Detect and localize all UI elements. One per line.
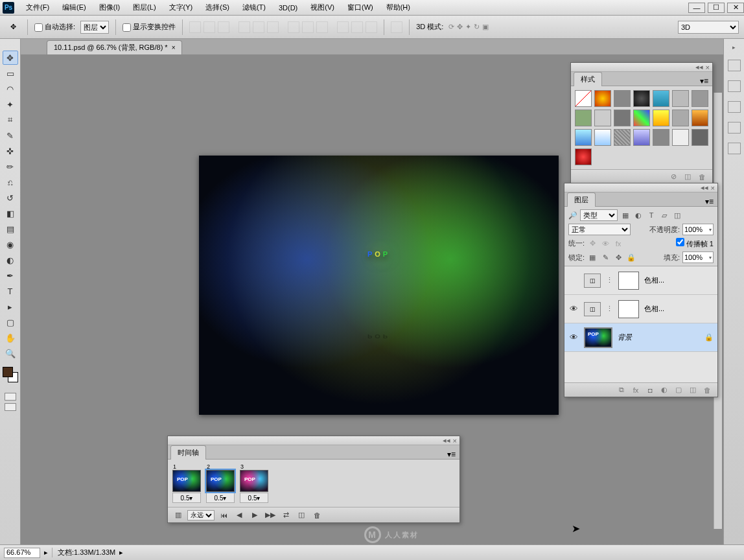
style-swatch[interactable] [672,90,689,107]
brush-tool[interactable]: ✏ [3,159,18,174]
timeline-panel-menu-icon[interactable]: ▾≡ [443,450,459,459]
minimize-button[interactable]: — [688,3,705,13]
distribute-right-icon[interactable] [366,21,377,33]
dodge-tool[interactable]: ◐ [3,253,18,267]
timeline-frame[interactable]: 2 0.5▾ [205,463,235,503]
distribute-bottom-icon[interactable] [316,21,328,33]
align-hcenter-icon[interactable] [253,21,264,33]
style-swatch[interactable] [653,129,669,146]
document-canvas[interactable]: POP POP [199,156,559,415]
layer-name[interactable]: 色相... [644,304,714,314]
history-brush-tool[interactable]: ↺ [3,191,18,205]
menu-select[interactable]: 选择(S) [199,1,236,14]
maximize-button[interactable]: ☐ [708,3,725,13]
style-swatch[interactable] [633,90,650,107]
convert-timeline-icon[interactable]: ▥ [172,510,185,520]
style-swatch[interactable] [653,90,669,107]
doc-info-menu-icon[interactable]: ▸ [119,548,123,557]
delete-frame-icon[interactable]: 🗑 [310,510,323,520]
pan-icon[interactable]: ✥ [457,23,463,31]
layer-mask-icon[interactable]: ◘ [645,386,655,395]
menu-edit[interactable]: 编辑(E) [56,1,93,14]
dolly-icon[interactable]: ✦ [465,23,471,31]
auto-select-mode-select[interactable]: 图层 [80,21,109,34]
style-swatch[interactable] [672,110,689,126]
healing-brush-tool[interactable]: ✜ [3,144,18,158]
layer-row[interactable]: 👁 ◫ ⋮ 色相... [564,295,717,323]
search-icon[interactable]: 🔎 [568,211,577,220]
frame-thumb[interactable] [206,470,235,492]
menu-help[interactable]: 帮助(H) [380,1,417,14]
filter-type-icon[interactable]: T [646,210,657,220]
propagate-frame-checkbox[interactable]: 传播帧 1 [676,238,714,249]
style-swatch[interactable] [672,129,689,146]
visibility-toggle-icon[interactable]: 👁 [568,332,579,342]
swatches-panel-icon[interactable] [728,80,741,92]
collapse-icon[interactable]: ◂◂ [443,436,450,445]
layers-panel-header[interactable]: ◂◂× [564,183,717,192]
layer-mask-thumb[interactable] [618,272,639,290]
layers-panel-menu-icon[interactable]: ▾≡ [701,197,717,206]
distribute-vcenter-icon[interactable] [302,21,314,33]
color-swatches[interactable] [3,367,18,385]
frame-delay[interactable]: 0.5▾ [240,493,268,503]
new-adjustment-icon[interactable]: ◐ [659,386,669,395]
zoom-tool[interactable]: 🔍 [3,346,18,360]
camera-icon[interactable]: ▣ [482,23,489,31]
style-swatch[interactable] [692,129,708,146]
play-icon[interactable]: ▶ [248,510,261,520]
collapse-icon[interactable]: ▸ [732,44,736,51]
opacity-input[interactable]: 100%▾ [682,224,714,235]
layer-name[interactable]: 色相... [644,275,714,285]
zoom-input[interactable]: 66.67% [4,548,40,558]
frame-thumb[interactable] [172,470,201,492]
adjustments-panel-icon[interactable] [728,101,741,113]
close-icon[interactable]: × [706,64,710,71]
style-swatch[interactable] [594,129,611,146]
document-tab-close-icon[interactable]: × [172,44,176,51]
collapse-icon[interactable]: ◂◂ [701,183,708,192]
layer-mask-thumb[interactable] [618,300,639,318]
loop-select[interactable]: 永远 [187,510,215,520]
clone-stamp-tool[interactable]: ⎌ [3,175,18,189]
link-layers-icon[interactable]: ⧉ [616,386,627,395]
style-swatch[interactable] [614,110,631,126]
align-top-icon[interactable] [189,21,201,33]
first-frame-icon[interactable]: ⏮ [217,510,230,520]
eyedropper-tool[interactable]: ✎ [3,128,18,143]
duplicate-frame-icon[interactable]: ◫ [295,510,308,520]
visibility-toggle-icon[interactable]: 👁 [568,304,579,314]
unify-style-icon[interactable]: fx [613,239,623,249]
new-style-icon[interactable]: ◫ [682,172,693,181]
timeline-panel-tab[interactable]: 时间轴 [170,445,206,460]
blur-tool[interactable]: ◉ [3,237,18,251]
style-swatch[interactable] [614,129,631,146]
layer-row[interactable]: 👁 背景 🔒 [564,323,717,352]
style-swatch[interactable] [633,110,650,126]
move-tool[interactable]: ✥ [3,51,18,65]
fill-input[interactable]: 100%▾ [682,251,714,263]
timeline-frame[interactable]: 1 0.5▾ [172,463,202,503]
frame-delay[interactable]: 0.5▾ [172,493,201,503]
style-swatch[interactable] [575,110,592,126]
filter-kind-select[interactable]: 类型 [580,209,618,221]
color-panel-icon[interactable] [728,60,741,71]
layer-fx-icon[interactable]: fx [631,386,641,395]
lock-transparency-icon[interactable]: ▦ [587,252,598,262]
style-swatch[interactable] [692,110,708,126]
menu-type[interactable]: 文字(Y) [163,1,200,14]
styles-panel-menu-icon[interactable]: ▾≡ [696,76,712,86]
distribute-top-icon[interactable] [288,21,299,33]
timeline-frame[interactable]: 3 0.5▾ [239,463,269,503]
style-swatch[interactable] [594,90,611,107]
eraser-tool[interactable]: ◧ [3,206,18,220]
next-frame-icon[interactable]: ▶▶ [264,510,277,520]
prev-frame-icon[interactable]: ◀ [233,510,246,520]
lock-image-icon[interactable]: ✎ [600,252,610,262]
crop-tool[interactable]: ⌗ [3,113,18,127]
align-bottom-icon[interactable] [218,21,229,33]
filter-pixel-icon[interactable]: ▦ [620,210,631,220]
lock-all-icon[interactable]: 🔒 [626,252,636,262]
layer-name[interactable]: 背景 [618,332,699,342]
close-icon[interactable]: × [711,184,715,192]
